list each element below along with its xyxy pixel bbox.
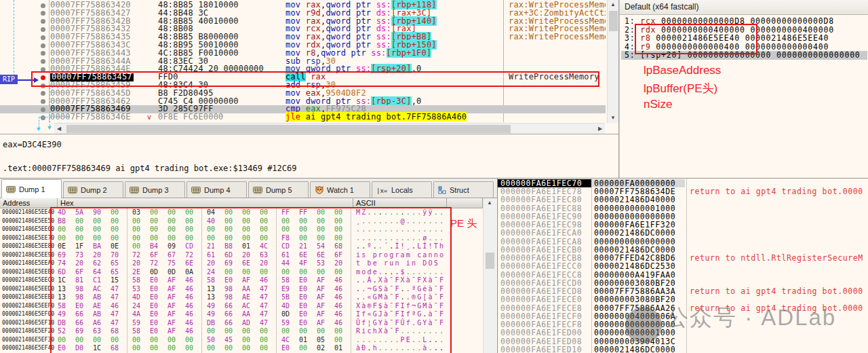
stack-row[interactable]: 000000FA6E1FECE0000000003080BF20 [498,295,868,303]
tab-label: Dump 5 [266,186,292,194]
row-dot-icon[interactable] [41,67,45,72]
rip-arrowhead-icon [34,77,39,83]
row-dot-icon[interactable] [41,27,45,32]
dump-row[interactable]: 0000021486E5EF40E0D01C680000000000000000… [0,344,483,353]
locals-icon: |x=| [376,186,389,194]
stack-row[interactable]: 000000FA6E1FED000000000000001000 [498,329,868,337]
column-header-address[interactable]: Address [0,198,58,208]
row-dot-icon[interactable] [41,19,45,24]
dump-row[interactable]: 0000021486E5EF004966AB474AE0AF464966AA47… [0,310,483,319]
struct-icon [438,186,447,194]
dump-row[interactable]: 0000021486E5EE800E1FBA0E00B409CD21B8014C… [0,242,483,251]
scroll-thumb[interactable] [486,253,494,269]
dump-icon [191,186,201,194]
rip-label: RIP [0,75,18,84]
tab-dump-4[interactable]: Dump 4 [186,181,247,198]
row-dot-icon[interactable] [41,35,45,40]
argument-annotation: lpBuffer(PE头) [644,81,717,96]
row-dot-icon[interactable] [41,115,45,120]
scroll-thumb[interactable] [66,125,511,133]
row-dot-icon[interactable] [41,59,45,64]
scroll-down-icon[interactable]: ▼ [608,113,618,123]
row-dot-icon[interactable] [41,11,45,16]
breakpoint-icon[interactable] [41,75,45,80]
dump-pane[interactable]: Dump 1Dump 2Dump 3Dump 4Dump 5Watch 1|x=… [0,178,497,353]
row-dot-icon[interactable] [41,99,45,104]
dump-icon [68,186,78,194]
dump-icon [253,186,263,194]
tab-label: Dump 4 [204,186,231,194]
dump-icon [130,186,140,194]
row-dot-icon[interactable] [41,51,45,56]
dump-row[interactable]: 0000021486E5EE50B80000000000000040000000… [0,217,483,226]
dump-vscrollbar[interactable]: ▲ [483,198,496,353]
scroll-thumb[interactable] [609,11,618,31]
jump-arrow-down-icon [47,126,52,130]
dump-row[interactable]: 0000021486E5EED01398AC4753E0AF461398AA47… [0,285,483,294]
disassembly-pane[interactable]: 00007FF75886342048:8B85 18010000mov rax,… [0,0,619,134]
pe-header-label: PE 头 [450,217,477,230]
stack-row[interactable]: 000000FA6E1FECC00000021486DC2530 [498,262,868,270]
column-header-ascii[interactable]: ASCII [353,198,447,208]
tab-dump-5[interactable]: Dump 5 [248,181,309,198]
column-header-hex[interactable]: Hex [58,198,353,208]
stack-row[interactable]: 000000FA6E1FED08000000003904013C [498,337,868,346]
register-hint: eax=D3C4E390 [3,140,62,149]
dump-row[interactable]: 0000021486E5EE404D5A90000300000004000000… [0,208,483,217]
watch-icon [315,185,324,194]
jump-arrow-down-icon [37,128,41,131]
argument-annotation: lpBaseAddress [644,64,721,77]
registers-pane[interactable]: Default (x64 fastcall) 1: rcx 0000000000… [619,0,868,178]
register-row[interactable]: 5: [rsp+20] 0000000000000000 00000000000… [621,51,867,60]
scroll-right-icon[interactable]: ▶ [595,124,605,134]
dump-row[interactable]: 0000021486E5EEC01C81C11558E0AF4658E0AF46… [0,276,483,285]
dump-row[interactable]: 0000021486E5EEE01398AB474DE0AF461398AE47… [0,293,483,302]
scroll-left-icon[interactable]: ◀ [54,124,64,134]
row-dot-icon[interactable] [41,91,45,96]
dump-row[interactable]: 0000021486E5EF30000000000000000050450000… [0,336,483,345]
stack-row[interactable]: 000000FA6E1FEC800000021486D40000 [498,196,868,204]
tab-label: Dump 1 [19,185,45,193]
dump-row[interactable]: 0000021486E5EE70000000000000000000000000… [0,234,483,243]
dump-tabstrip: Dump 1Dump 2Dump 3Dump 4Dump 5Watch 1|x=… [0,179,497,198]
dump-icon [6,185,16,193]
tab-label: Struct [450,186,469,194]
dump-row[interactable]: 0000021486E5EEF058E0AE4624E0AF464966AC47… [0,302,483,311]
status-pane: eax=D3C4E390 .text:00007FF758863469 ai g… [0,134,619,179]
debugger-window: 00007FF75886342048:8B85 18010000mov rax,… [0,0,868,353]
disasm-hscrollbar[interactable]: ◀ ▶ [54,123,605,134]
stack-row[interactable]: 000000FA6E1FECE800007FF75886AA26return t… [498,304,868,312]
argument-annotation: nSize [644,98,673,111]
tab-label: Dump 3 [142,186,169,194]
tab-dump-1[interactable]: Dump 1 [1,179,62,198]
dump-row[interactable]: 0000021486E5EE60000000000000000000000000… [0,225,483,234]
svg-text:|x=|: |x=| [376,187,389,194]
tab-locals[interactable]: |x=|Locals [372,181,432,198]
registers-title: Default (x64 fastcall) [620,0,868,15]
tab-struct[interactable]: Struct [433,181,494,198]
dump-row[interactable]: 0000021486E5EEA0742062652072756E20696E20… [0,259,483,268]
stack-row[interactable]: 000000FA6E1FECA00000021486DC0000 [498,229,868,237]
disasm-row[interactable]: 00007FF75886346Ev0F8E FC6E0000jle ai gpt… [0,113,606,122]
row-dot-icon[interactable] [41,3,45,8]
row-dot-icon[interactable] [41,107,45,112]
tab-watch-1[interactable]: Watch 1 [310,181,370,198]
dump-row[interactable]: 0000021486E5EF10DB66A64759E0AF46DB66AD47… [0,319,483,328]
row-dot-icon[interactable] [41,83,45,88]
tab-dump-2[interactable]: Dump 2 [63,181,123,198]
dump-row[interactable]: 0000021486E5EE9069732070726F6772616D2063… [0,251,483,260]
column-header-blank [447,198,483,208]
address-status-line: .text:00007FF758863469 ai gpt4 trading b… [3,164,296,173]
row-dot-icon[interactable] [41,43,45,48]
stack-row[interactable]: 000000FA6E1FED100000021486DC0000 [498,346,868,353]
rip-arrow [18,79,34,81]
tab-label: Watch 1 [327,186,354,194]
stack-pane[interactable]: 000000FA6E1FEC70000000FA00000000000000FA… [497,178,868,353]
tab-dump-3[interactable]: Dump 3 [125,181,185,198]
dump-rows: 0000021486E5EE404D5A90000300000004000000… [0,208,483,353]
disasm-vscrollbar[interactable]: ▲ ▼ [607,0,619,123]
scroll-up-icon[interactable]: ▲ [485,198,494,208]
dump-row[interactable]: 0000021486E5EF205269636858E0AF4600000000… [0,327,483,336]
dump-row[interactable]: 0000021486E5EEB06D6F64652E0D0D0A24000000… [0,268,483,277]
scroll-up-icon[interactable]: ▲ [608,0,618,10]
